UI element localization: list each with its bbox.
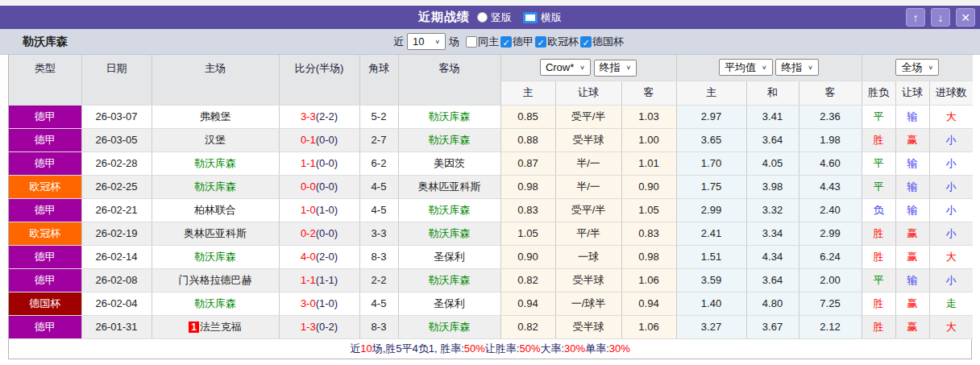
corner-count: 2-2 — [359, 268, 398, 292]
col-header-score: 比分(半场) — [279, 55, 359, 105]
corner-count: 8-3 — [359, 315, 398, 338]
checkbox-label: 同主 — [478, 35, 499, 49]
odds-home: 0.88 — [500, 128, 555, 151]
summary-segment: 近 — [350, 342, 360, 356]
avg-time-select[interactable]: 终指∨ — [775, 59, 819, 76]
near-label: 近 — [393, 35, 404, 49]
match-date: 26-02-19 — [81, 222, 152, 245]
col-header-home: 主场 — [152, 55, 279, 105]
radio-icon — [477, 12, 488, 23]
avg-home: 2.41 — [676, 222, 746, 245]
scope-select[interactable]: 全场∨ — [895, 59, 939, 76]
layout-radio-横版[interactable]: 横版 — [523, 10, 562, 25]
goals-value: 小 — [929, 175, 973, 198]
home-team: 勒沃库森 — [152, 175, 279, 198]
result-value: 胜 — [862, 128, 895, 151]
avg-draw: 3.32 — [746, 198, 799, 222]
filter-checkbox-德国杯[interactable]: ✓德国杯 — [580, 35, 624, 49]
odds-handicap: 受半球 — [555, 128, 621, 151]
bookmaker-value: Crow* — [546, 61, 574, 73]
halftime-score: (1-1) — [316, 274, 338, 286]
avg-draw: 3.64 — [746, 128, 799, 151]
league-badge: 德甲 — [9, 105, 81, 128]
halftime-score: (0-2) — [316, 321, 338, 333]
avg-home: 3.59 — [676, 268, 746, 292]
odds-handicap: 一/球半 — [555, 292, 621, 315]
handicap-result-value: 赢 — [895, 128, 929, 151]
sub-header-avg-draw: 和 — [746, 81, 799, 105]
odds-away: 0.94 — [621, 292, 676, 315]
avg-draw: 4.80 — [746, 292, 799, 315]
result-value: 负 — [862, 198, 895, 222]
odds-home: 0.94 — [500, 292, 555, 315]
corner-count: 2-7 — [359, 128, 398, 151]
goals-value: 小 — [929, 198, 973, 222]
home-team: 勒沃库森 — [152, 292, 279, 315]
goals-value: 小 — [929, 268, 973, 292]
result-value: 胜 — [862, 292, 895, 315]
match-date: 26-02-25 — [81, 175, 152, 198]
filter-checkbox-德甲[interactable]: ✓德甲 — [500, 35, 534, 49]
avg-away: 7.25 — [799, 292, 862, 315]
sub-header-away-odds: 客 — [621, 81, 676, 105]
league-checkboxes: 同主✓德甲✓欧冠杯✓德国杯 — [466, 35, 624, 49]
odds-away: 1.03 — [621, 105, 676, 128]
result-value: 平 — [862, 105, 895, 128]
corner-count: 6-2 — [359, 151, 398, 175]
halftime-score: (2-2) — [316, 110, 338, 122]
table-row: 欧冠杯26-02-19奥林匹亚科斯0-2(0-0)3-3勒沃库森1.05平/半0… — [9, 222, 973, 245]
near-count-select[interactable]: 10∨ — [407, 33, 446, 50]
avg-away: 4.60 — [799, 151, 862, 175]
filter-checkbox-欧冠杯[interactable]: ✓欧冠杯 — [535, 35, 579, 49]
summary-segment: 50% — [464, 342, 485, 355]
fulltime-score: 1-0 — [301, 204, 316, 216]
halftime-score: (0-0) — [316, 157, 338, 169]
sub-header-avg-home: 主 — [676, 81, 746, 105]
avg-select[interactable]: 平均值∨ — [719, 59, 773, 76]
goals-value: 小 — [929, 128, 973, 151]
away-team: 勒沃库森 — [398, 315, 500, 338]
avg-draw: 4.05 — [746, 151, 799, 175]
layout-radio-竖版[interactable]: 竖版 — [477, 10, 512, 25]
summary-segment: 30% — [564, 342, 585, 355]
match-date: 26-02-04 — [81, 292, 152, 315]
corner-count: 5-2 — [359, 105, 398, 128]
odds-away: 0.98 — [621, 245, 676, 268]
close-button[interactable]: ✕ — [956, 8, 975, 27]
avg-away: 6.24 — [799, 245, 862, 268]
fulltime-score: 4-0 — [301, 251, 316, 263]
filter-checkbox-同主[interactable]: 同主 — [466, 35, 499, 49]
chevron-down-icon: ∨ — [762, 64, 767, 71]
fulltime-score: 0-1 — [301, 134, 316, 146]
avg-odds-group: 平均值∨ 终指∨ — [676, 55, 862, 81]
goals-value: 大 — [929, 105, 973, 128]
home-team: 1法兰克福 — [152, 315, 279, 338]
away-team: 奥林匹亚科斯 — [398, 175, 500, 198]
bookmaker-select[interactable]: Crow*∨ — [540, 59, 591, 76]
odds-handicap: 受平/半 — [555, 105, 621, 128]
handicap-result-value: 赢 — [895, 315, 929, 338]
league-badge: 德甲 — [9, 315, 81, 338]
handicap-result-value: 赢 — [895, 292, 929, 315]
avg-home: 2.97 — [676, 105, 746, 128]
odds-time-select[interactable]: 终指∨ — [594, 60, 637, 77]
move-down-button[interactable]: ↓ — [931, 8, 950, 27]
odds-away: 1.06 — [621, 315, 676, 338]
fulltime-score: 3-3 — [301, 110, 316, 122]
checkbox-label: 欧冠杯 — [547, 35, 579, 49]
corner-count: 4-5 — [359, 175, 398, 198]
result-value: 平 — [862, 151, 895, 175]
fulltime-score: 0-0 — [301, 180, 316, 193]
move-up-button[interactable]: ↑ — [906, 8, 925, 27]
checkbox-label: 德甲 — [513, 35, 534, 49]
checkbox-checked-icon: ✓ — [580, 36, 592, 48]
odds-handicap: 一球 — [555, 245, 621, 268]
sub-header-handicap: 让球 — [555, 81, 621, 105]
halftime-score: (1-0) — [316, 204, 338, 216]
odds-home: 0.83 — [500, 198, 555, 222]
odds-away: 1.06 — [621, 268, 676, 292]
league-badge: 德甲 — [9, 198, 81, 222]
avg-home: 1.40 — [676, 292, 746, 315]
avg-away: 2.99 — [799, 222, 862, 245]
checkbox-checked-icon: ✓ — [535, 36, 546, 48]
